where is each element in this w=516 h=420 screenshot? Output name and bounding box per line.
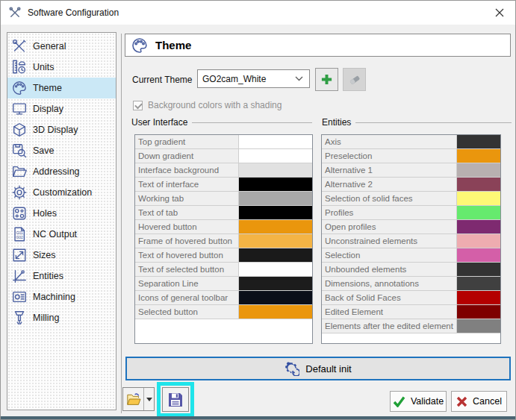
color-swatch[interactable]	[457, 149, 500, 163]
color-row: Unbounded elements	[322, 263, 500, 277]
color-swatch[interactable]	[457, 163, 500, 177]
sidebar-item-label: Display	[33, 104, 63, 114]
color-swatch[interactable]	[457, 263, 500, 276]
geometry-icon	[11, 268, 28, 284]
color-swatch[interactable]	[457, 291, 500, 304]
color-row: Frame of hovered button	[135, 234, 312, 248]
color-row-label: Profiles	[322, 206, 457, 219]
sidebar-item-units[interactable]: Units	[7, 57, 116, 78]
color-row-label: Elements after the edited element	[322, 319, 457, 333]
color-row-label: Icons of general toolbar	[135, 291, 239, 304]
color-swatch[interactable]	[239, 163, 312, 177]
open-theme-button[interactable]	[122, 387, 155, 411]
dropdown-arrow-icon	[146, 398, 152, 401]
cancel-button[interactable]: Cancel	[451, 391, 507, 412]
color-swatch[interactable]	[457, 319, 500, 333]
color-swatch[interactable]	[457, 206, 500, 219]
color-swatch[interactable]	[457, 277, 500, 290]
sidebar-item-customization[interactable]: Customization	[7, 182, 116, 203]
default-init-button[interactable]: Default init	[125, 357, 511, 380]
color-row-label: Text of selected button	[135, 263, 239, 276]
current-theme-select[interactable]: GO2cam_White	[197, 69, 310, 88]
sidebar-item-milling[interactable]: Milling	[7, 307, 116, 328]
color-swatch[interactable]	[239, 234, 312, 248]
holes-icon	[11, 205, 28, 222]
color-row: Working tab	[135, 192, 312, 206]
color-swatch[interactable]	[457, 248, 500, 262]
sidebar-item-display[interactable]: Display	[7, 98, 116, 119]
color-swatch[interactable]	[457, 178, 500, 191]
color-swatch[interactable]	[239, 277, 312, 290]
sidebar-item-machining[interactable]: Machining	[7, 286, 116, 307]
color-swatch[interactable]	[239, 263, 312, 276]
sidebar-item-nc-output[interactable]: G01G02 NC Output	[7, 224, 116, 245]
color-swatch[interactable]	[239, 220, 312, 233]
sidebar-item-holes[interactable]: Holes	[7, 203, 116, 224]
svg-text:G02: G02	[16, 235, 23, 239]
color-swatch[interactable]	[239, 192, 312, 205]
close-button[interactable]	[493, 6, 506, 19]
current-theme-label: Current Theme	[132, 75, 192, 85]
color-swatch[interactable]	[239, 305, 312, 319]
software-configuration-dialog: Software Configuration General Units The…	[0, 0, 516, 420]
color-swatch[interactable]	[239, 206, 312, 219]
color-swatch[interactable]	[457, 135, 500, 148]
shading-checkbox[interactable]	[133, 101, 143, 110]
sidebar-item-label: Entities	[33, 271, 63, 281]
color-swatch[interactable]	[457, 192, 500, 205]
color-swatch[interactable]	[457, 220, 500, 233]
color-swatch[interactable]	[239, 248, 312, 262]
color-row-label: Text of tab	[135, 206, 239, 219]
sidebar-item-sizes[interactable]: Sizes	[7, 245, 116, 266]
color-row-label: Frame of hovered button	[135, 234, 239, 248]
entities-color-table: Axis Preselection Alternative 1 Alternat…	[321, 134, 501, 344]
save-theme-button[interactable]	[162, 387, 189, 412]
color-row-label: Working tab	[135, 192, 239, 205]
sidebar-item-theme[interactable]: Theme	[7, 78, 116, 98]
color-swatch[interactable]	[239, 149, 312, 163]
validate-button[interactable]: Validate	[390, 391, 447, 412]
theme-panel-header: Theme	[125, 34, 511, 57]
color-row-label: Unconstrained elements	[322, 234, 457, 248]
sidebar-item-3d-display[interactable]: 3D Display	[7, 119, 116, 140]
panel-separator	[121, 34, 122, 413]
open-button-dropdown[interactable]	[144, 388, 154, 410]
entities-group-title: Entities	[322, 117, 512, 128]
color-row: Unconstrained elements	[322, 234, 500, 248]
color-row: Text of interface	[135, 178, 312, 192]
sidebar-item-general[interactable]: General	[7, 36, 116, 57]
color-swatch[interactable]	[457, 234, 500, 248]
color-row-label: Axis	[322, 135, 457, 148]
color-swatch[interactable]	[457, 305, 500, 319]
ruler-clock-icon	[11, 59, 28, 75]
delete-theme-button[interactable]	[343, 68, 366, 91]
sidebar-item-label: Theme	[33, 83, 62, 93]
color-row-label: Selection	[322, 248, 457, 262]
sidebar-item-label: Holes	[33, 208, 57, 219]
color-swatch[interactable]	[239, 291, 312, 304]
color-row: Down gradient	[135, 149, 312, 163]
sidebar-item-save[interactable]: Save	[7, 140, 116, 161]
monitor-icon	[11, 101, 28, 117]
color-row-label: Alternative 2	[322, 178, 457, 191]
sidebar-item-label: General	[33, 41, 66, 51]
color-row-label: Interface background	[135, 163, 239, 177]
color-row: Profiles	[322, 206, 500, 220]
milling-tool-icon	[11, 310, 28, 326]
color-swatch[interactable]	[239, 135, 312, 148]
color-row-label: Selected button	[135, 305, 239, 319]
sidebar-item-label: Customization	[33, 187, 92, 198]
color-row: Dimensions, annotations	[322, 277, 500, 291]
color-row: Text of selected button	[135, 263, 312, 277]
gear-icon	[11, 184, 28, 201]
sidebar-item-entities[interactable]: Entities	[7, 266, 116, 286]
diagonal-arrow-icon	[11, 247, 28, 263]
sidebar-item-label: Save	[33, 145, 55, 156]
sidebar-item-addressing[interactable]: Addressing	[7, 161, 116, 182]
color-row: Elements after the edited element	[322, 319, 500, 333]
sidebar-item-label: Addressing	[33, 166, 80, 177]
open-button-main[interactable]	[123, 388, 144, 410]
color-swatch[interactable]	[239, 178, 312, 191]
color-row-label: Down gradient	[135, 149, 239, 163]
add-theme-button[interactable]	[315, 68, 338, 91]
